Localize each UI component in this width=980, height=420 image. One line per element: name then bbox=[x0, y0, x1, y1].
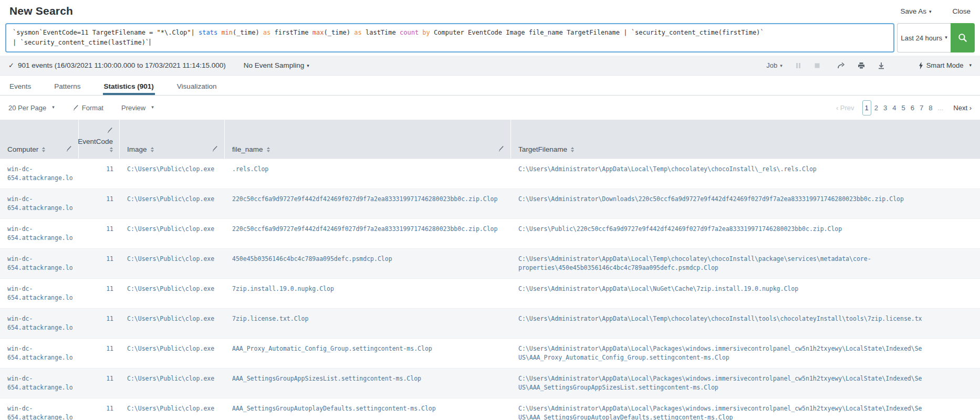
cell-file-name[interactable]: 7zip.license.txt.Clop bbox=[225, 309, 511, 338]
cell-targetfilename[interactable]: C:\Users\Administrator\AppData\Local\Tem… bbox=[511, 249, 980, 278]
query-segment: as bbox=[263, 29, 270, 36]
stop-icon[interactable] bbox=[814, 62, 820, 69]
page-button[interactable]: 5 bbox=[900, 101, 908, 115]
column-header-file-name[interactable]: file_name bbox=[225, 120, 511, 159]
next-page-button[interactable]: Next › bbox=[953, 104, 972, 112]
cell-targetfilename[interactable]: C:\Users\Administrator\AppData\Local\Pac… bbox=[511, 339, 980, 368]
cell-computer[interactable]: win-dc-654.attackrange.local bbox=[0, 369, 79, 398]
job-status-bar: ✓ 901 events (16/03/2021 11:00:00.000 to… bbox=[0, 56, 980, 76]
page-button[interactable]: 8 bbox=[926, 101, 934, 115]
search-query-input[interactable]: `sysmon`EventCode=11 TargetFilename = "*… bbox=[5, 23, 894, 52]
query-segment: count bbox=[400, 29, 419, 36]
pencil-icon[interactable] bbox=[498, 145, 504, 153]
pause-icon[interactable] bbox=[795, 62, 801, 69]
sort-icon bbox=[267, 147, 270, 152]
pencil-icon[interactable] bbox=[107, 127, 113, 135]
cell-eventcode[interactable]: 11 bbox=[79, 219, 120, 248]
cell-computer[interactable]: win-dc-654.attackrange.local bbox=[0, 159, 79, 188]
sort-icon bbox=[151, 147, 154, 152]
cell-file-name[interactable]: .rels.Clop bbox=[225, 159, 511, 188]
cell-computer[interactable]: win-dc-654.attackrange.local bbox=[0, 279, 79, 308]
cell-image[interactable]: C:\Users\Public\clop.exe bbox=[120, 189, 225, 218]
cell-computer[interactable]: win-dc-654.attackrange.local bbox=[0, 189, 79, 218]
column-header-targetfilename[interactable]: TargetFilename bbox=[511, 120, 980, 159]
per-page-selector[interactable]: 20 Per Page▾ bbox=[8, 104, 55, 112]
text-cursor bbox=[150, 39, 150, 46]
query-segment: firstTime bbox=[270, 29, 312, 36]
result-tabs: Events Patterns Statistics (901) Visuali… bbox=[0, 76, 980, 96]
preview-selector[interactable]: Preview▾ bbox=[121, 104, 154, 112]
pencil-icon[interactable] bbox=[212, 145, 218, 153]
save-as-button[interactable]: Save As▾ bbox=[900, 7, 931, 15]
cell-file-name[interactable]: 220c50ccf6a9d9727e9f442df42469f027d9f7a2… bbox=[225, 219, 511, 248]
cell-eventcode[interactable]: 11 bbox=[79, 398, 120, 420]
cell-targetfilename[interactable]: C:\Users\Administrator\AppData\Local\NuG… bbox=[511, 279, 980, 308]
cell-eventcode[interactable]: 11 bbox=[79, 309, 120, 338]
pencil-icon[interactable] bbox=[66, 145, 72, 153]
tab-visualization[interactable]: Visualization bbox=[176, 82, 218, 95]
page-button[interactable]: 3 bbox=[881, 101, 889, 115]
event-sampling-menu[interactable]: No Event Sampling▾ bbox=[244, 61, 309, 69]
export-icon[interactable] bbox=[878, 62, 885, 69]
search-bar: `sysmon`EventCode=11 TargetFilename = "*… bbox=[0, 22, 980, 56]
cell-image[interactable]: C:\Users\Public\clop.exe bbox=[120, 279, 225, 308]
tab-statistics[interactable]: Statistics (901) bbox=[103, 82, 155, 95]
cell-file-name[interactable]: 450e45b0356146c4bc4c789aa095defc.psmdcp.… bbox=[225, 249, 511, 278]
cell-targetfilename[interactable]: C:\Users\Administrator\AppData\Local\Pac… bbox=[511, 398, 980, 420]
query-segment: (_time) bbox=[233, 29, 263, 36]
cell-targetfilename[interactable]: C:\Users\Public\220c50ccf6a9d9727e9f442d… bbox=[511, 219, 980, 248]
share-icon[interactable] bbox=[837, 62, 845, 69]
cell-eventcode[interactable]: 11 bbox=[79, 249, 120, 278]
print-icon[interactable] bbox=[858, 62, 865, 69]
cell-computer[interactable]: win-dc-654.attackrange.local bbox=[0, 339, 79, 368]
cell-targetfilename[interactable]: C:\Users\Administrator\Downloads\220c50c… bbox=[511, 189, 980, 218]
cell-eventcode[interactable]: 11 bbox=[79, 369, 120, 398]
cell-eventcode[interactable]: 11 bbox=[79, 279, 120, 308]
cell-image[interactable]: C:\Users\Public\clop.exe bbox=[120, 219, 225, 248]
cell-computer[interactable]: win-dc-654.attackrange.local bbox=[0, 309, 79, 338]
cell-image[interactable]: C:\Users\Public\clop.exe bbox=[120, 159, 225, 188]
cell-targetfilename[interactable]: C:\Users\Administrator\AppData\Local\Tem… bbox=[511, 159, 980, 188]
page-button[interactable]: 7 bbox=[918, 101, 925, 115]
sort-icon bbox=[571, 147, 574, 152]
cell-eventcode[interactable]: 11 bbox=[79, 159, 120, 188]
cell-image[interactable]: C:\Users\Public\clop.exe bbox=[120, 398, 225, 420]
table-row: win-dc-654.attackrange.local11C:\Users\P… bbox=[0, 338, 980, 368]
format-button[interactable]: Format bbox=[72, 104, 103, 112]
page-button[interactable]: 6 bbox=[909, 101, 916, 115]
page-button[interactable]: 2 bbox=[872, 101, 880, 115]
cell-image[interactable]: C:\Users\Public\clop.exe bbox=[120, 339, 225, 368]
cell-file-name[interactable]: 7zip.install.19.0.nupkg.Clop bbox=[225, 279, 511, 308]
column-header-computer[interactable]: Computer bbox=[0, 120, 79, 159]
time-range-picker[interactable]: Last 24 hours▾ bbox=[897, 23, 951, 52]
column-header-image[interactable]: Image bbox=[120, 120, 225, 159]
cell-image[interactable]: C:\Users\Public\clop.exe bbox=[120, 369, 225, 398]
page-button[interactable]: 4 bbox=[890, 101, 898, 115]
cell-file-name[interactable]: 220c50ccf6a9d9727e9f442df42469f027d9f7a2… bbox=[225, 189, 511, 218]
query-segment: min bbox=[221, 29, 233, 36]
prev-page-button[interactable]: ‹ Prev bbox=[836, 104, 854, 112]
cell-file-name[interactable]: AAA_SettingsGroupAutoplayDefaults.settin… bbox=[225, 398, 511, 420]
tab-events[interactable]: Events bbox=[8, 82, 32, 95]
cell-targetfilename[interactable]: C:\Users\Administrator\AppData\Local\Pac… bbox=[511, 369, 980, 398]
cell-image[interactable]: C:\Users\Public\clop.exe bbox=[120, 249, 225, 278]
caret-down-icon: ▾ bbox=[151, 104, 154, 110]
query-segment: max bbox=[312, 29, 324, 36]
query-segment: stats bbox=[199, 29, 217, 36]
cell-eventcode[interactable]: 11 bbox=[79, 339, 120, 368]
search-mode-selector[interactable]: Smart Mode▾ bbox=[919, 61, 972, 69]
cell-file-name[interactable]: AAA_Proxy_Automatic_Config_Group.setting… bbox=[225, 339, 511, 368]
search-button[interactable] bbox=[951, 23, 975, 52]
cell-computer[interactable]: win-dc-654.attackrange.local bbox=[0, 219, 79, 248]
cell-image[interactable]: C:\Users\Public\clop.exe bbox=[120, 309, 225, 338]
cell-file-name[interactable]: AAA_SettingsGroupAppSizesList.settingcon… bbox=[225, 369, 511, 398]
page-button[interactable]: 1 bbox=[862, 100, 871, 116]
close-button[interactable]: Close bbox=[952, 7, 971, 15]
cell-targetfilename[interactable]: C:\Users\Administrator\AppData\Local\Tem… bbox=[511, 309, 980, 338]
tab-patterns[interactable]: Patterns bbox=[53, 82, 81, 95]
cell-computer[interactable]: win-dc-654.attackrange.local bbox=[0, 249, 79, 278]
column-header-eventcode[interactable]: EventCode bbox=[79, 120, 120, 159]
job-menu[interactable]: Job▾ bbox=[766, 61, 783, 69]
cell-computer[interactable]: win-dc-654.attackrange.local bbox=[0, 398, 79, 420]
cell-eventcode[interactable]: 11 bbox=[79, 189, 120, 218]
